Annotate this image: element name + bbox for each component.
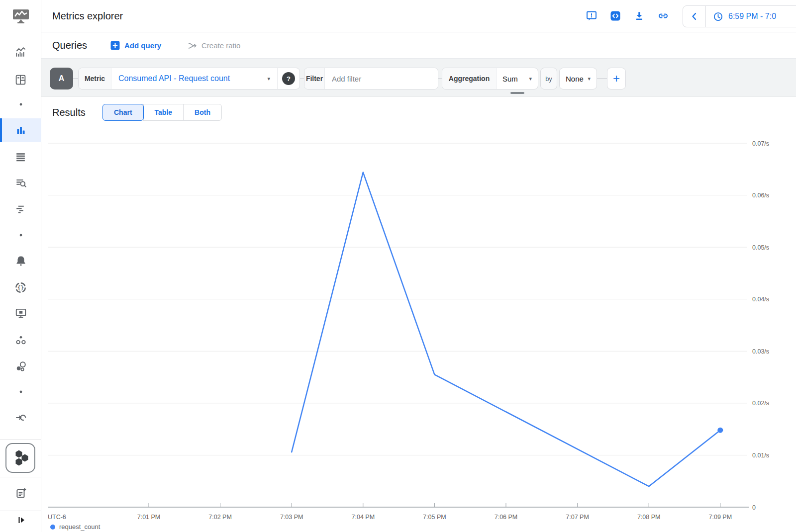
sidebar-item-metrics-explorer[interactable] (0, 117, 41, 143)
svg-text:7:04 PM: 7:04 PM (352, 514, 375, 521)
aggregation-value-text: Sum (502, 75, 518, 83)
chip-connector (438, 78, 442, 79)
bar-chart-icon (14, 124, 27, 137)
product-logo (0, 0, 41, 32)
svg-text:7:08 PM: 7:08 PM (637, 514, 661, 521)
dot-separator (19, 390, 23, 394)
query-letter-badge[interactable]: A (50, 68, 73, 89)
aggregation-label: Aggregation (442, 68, 497, 89)
sidebar-item-services[interactable] (0, 354, 41, 379)
create-ratio-button[interactable]: Create ratio (187, 32, 240, 59)
metrics-explorer-page: 00.01/s0.02/s0.03/s0.04/s0.05/s0.06/s0.0… (0, 0, 796, 532)
time-range-label: 6:59 PM - 7:0 (728, 12, 776, 21)
tab-table[interactable]: Table (143, 104, 184, 121)
svg-text:7:06 PM: 7:06 PM (495, 514, 518, 521)
nav-section-separator (0, 381, 41, 403)
header-bar: Metrics explorer (0, 0, 796, 32)
metric-chip-group: Metric Consumed API - Request count ▾ ? (78, 68, 300, 89)
sidebar-item-trace[interactable] (0, 196, 41, 222)
svg-text:0: 0 (752, 504, 756, 511)
sidebar-item-overview[interactable] (0, 39, 41, 65)
document-add-icon (14, 487, 27, 500)
feedback-button[interactable] (583, 7, 600, 24)
add-aggregation-button[interactable]: + (607, 68, 626, 89)
dashboards-grid-icon (14, 74, 27, 86)
add-query-button[interactable]: Add query (110, 32, 161, 59)
svg-text:7:07 PM: 7:07 PM (566, 514, 589, 521)
sidebar-item-dashboards-monitor[interactable] (0, 300, 41, 326)
svg-text:7:02 PM: 7:02 PM (208, 514, 232, 521)
filter-chip-group: Filter (304, 68, 438, 89)
nav-divider (0, 439, 41, 440)
hexagons-icon (10, 448, 30, 467)
results-title: Results (52, 97, 86, 128)
arrow-into-circle-icon (14, 411, 27, 424)
time-range-button[interactable]: 6:59 PM - 7:0 (706, 6, 783, 27)
sidebar-item-uptime-checks[interactable]: {} (0, 274, 41, 300)
sidebar-item-release-notes[interactable] (0, 480, 41, 506)
svg-text:0.06/s: 0.06/s (752, 192, 769, 199)
add-box-icon (110, 41, 120, 50)
share-link-button[interactable] (655, 7, 672, 24)
sidebar-item-alerting[interactable] (0, 248, 41, 274)
monitoring-logo-icon (12, 8, 30, 24)
svg-text:7:09 PM: 7:09 PM (709, 514, 732, 521)
chevron-left-icon (689, 11, 700, 22)
svg-text:0.02/s: 0.02/s (752, 400, 769, 407)
sidebar-item-log-search[interactable] (0, 170, 41, 196)
results-view-toggle: Chart Table Both (102, 104, 222, 121)
list-search-icon (14, 177, 27, 189)
query-builder-row: A Metric Consumed API - Request count ▾ … (41, 59, 796, 97)
chevron-down-icon: ▾ (267, 76, 270, 82)
header-actions (583, 7, 672, 24)
link-icon (657, 10, 669, 22)
metric-dropdown[interactable]: Consumed API - Request count ▾ (111, 68, 277, 89)
feedback-icon (586, 10, 597, 22)
sidebar-item-integrations[interactable] (0, 405, 41, 431)
sidebar-item-logs[interactable] (0, 144, 41, 170)
group-by-dropdown[interactable]: None ▾ (560, 68, 597, 89)
chart-plot-area[interactable] (48, 133, 749, 507)
time-range-back-button[interactable] (683, 6, 706, 27)
aggregation-chip-group: Aggregation Sum ▾ (442, 68, 538, 89)
code-icon (609, 10, 621, 22)
chevron-down-icon: ▾ (529, 76, 532, 82)
staggered-lines-icon (14, 203, 27, 215)
group-by-value-text: None (566, 75, 584, 83)
time-range-group: 6:59 PM - 7:0 (683, 5, 796, 27)
download-icon (633, 10, 645, 22)
metric-help-button[interactable]: ? (277, 68, 299, 89)
svg-text:0.07/s: 0.07/s (752, 140, 769, 147)
left-nav-sidebar: {} (0, 0, 41, 532)
svg-text:0.04/s: 0.04/s (752, 296, 769, 303)
chip-connector (73, 78, 78, 79)
filter-label: Filter (304, 68, 325, 89)
page-title: Metrics explorer (52, 0, 123, 32)
query-editor-button[interactable] (607, 7, 624, 24)
svg-text:UTC-6: UTC-6 (48, 514, 66, 521)
bell-icon (14, 255, 27, 267)
tab-both[interactable]: Both (183, 104, 222, 121)
three-circles-icon (14, 334, 27, 347)
svg-text:7:05 PM: 7:05 PM (423, 514, 446, 521)
dot-separator (19, 233, 23, 237)
metric-label: Metric (79, 68, 111, 89)
nav-section-separator (0, 224, 41, 246)
legend-item-request-count[interactable]: request_count (50, 523, 100, 531)
chip-connector (597, 78, 607, 79)
stacked-lines-icon (14, 151, 27, 163)
merge-arrow-icon (187, 41, 198, 51)
svg-text:{}: {} (17, 284, 24, 291)
chevron-down-icon: ▾ (588, 76, 591, 82)
clock-icon (713, 11, 723, 22)
download-button[interactable] (631, 7, 648, 24)
tab-chart[interactable]: Chart (102, 104, 144, 121)
queries-bar: Queries Add query Create ratio (41, 32, 796, 59)
sidebar-item-kubernetes[interactable] (5, 443, 35, 473)
sidebar-expand-button[interactable] (0, 508, 41, 532)
aggregation-dropdown[interactable]: Sum ▾ (497, 68, 538, 89)
filter-input[interactable] (325, 68, 438, 89)
sidebar-item-groups[interactable] (0, 327, 41, 353)
resize-drag-handle[interactable] (510, 92, 524, 94)
sidebar-item-dashboards[interactable] (0, 67, 41, 92)
